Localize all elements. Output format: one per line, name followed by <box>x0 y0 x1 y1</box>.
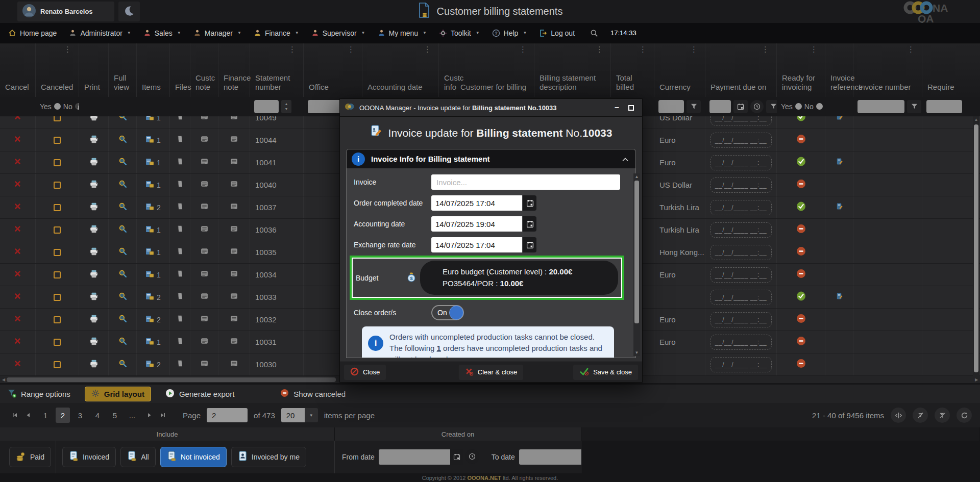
menu-item-administrator[interactable]: Administrator▼ <box>69 29 131 37</box>
files-icon[interactable] <box>177 225 184 235</box>
items-folder-icon[interactable] <box>145 292 155 302</box>
customer-note-icon[interactable] <box>200 247 209 258</box>
require-filter-input[interactable] <box>926 100 962 113</box>
funnel-icon[interactable] <box>687 100 701 113</box>
dialog-title-bar[interactable]: OOONA Manager - Invoice update for Billi… <box>340 99 642 117</box>
row-checkbox[interactable] <box>54 361 61 368</box>
invoiced-by-me-filter-button[interactable]: Invoiced by me <box>231 447 306 467</box>
payment-due-input[interactable]: __/__/____ __:__ <box>710 312 772 327</box>
column-menu-icon[interactable]: ⋮ <box>596 45 603 54</box>
dialog-scrollbar[interactable]: ▲ ▼ <box>633 173 640 356</box>
first-page-icon[interactable] <box>8 409 21 422</box>
payment-due-input[interactable]: __/__/____ __:__ <box>710 155 772 170</box>
range-options-button[interactable]: Range options <box>7 389 70 399</box>
accounting-date-input[interactable]: 14/07/2025 19:04 <box>431 216 522 232</box>
clear-filter-button[interactable] <box>935 408 950 423</box>
customer-note-icon[interactable] <box>200 269 209 280</box>
items-folder-icon[interactable] <box>145 360 155 370</box>
items-folder-icon[interactable] <box>145 116 155 123</box>
files-icon[interactable] <box>177 158 184 167</box>
menu-item-log-out[interactable]: Log out <box>539 29 575 37</box>
cancel-icon[interactable] <box>14 247 21 257</box>
cancel-icon[interactable] <box>14 202 21 212</box>
from-date-input[interactable] <box>379 449 450 465</box>
grid-layout-button[interactable]: Grid layout <box>85 387 151 401</box>
column-menu-icon[interactable]: ⋮ <box>288 45 296 54</box>
invoice-reference-icon[interactable] <box>836 158 843 167</box>
items-folder-icon[interactable] <box>145 225 155 235</box>
clock-icon[interactable] <box>750 100 764 113</box>
clear-sort-button[interactable] <box>913 408 928 423</box>
cancel-icon[interactable] <box>14 135 21 145</box>
items-per-page-select[interactable]: 20 ▼ <box>281 408 318 422</box>
column-header-invoice-reference[interactable]: Invoice reference <box>825 43 853 97</box>
print-icon[interactable] <box>89 359 99 370</box>
last-page-icon[interactable] <box>156 409 169 422</box>
finance-note-icon[interactable] <box>230 157 238 168</box>
payment-due-input[interactable]: __/__/____ __:__ <box>710 245 772 260</box>
vertical-scrollbar[interactable]: ▲ <box>973 116 979 376</box>
filter-yes-radio[interactable] <box>54 103 61 110</box>
row-checkbox[interactable] <box>54 159 61 166</box>
files-icon[interactable] <box>177 247 184 257</box>
payment-due-input[interactable]: __/__/____ __:__ <box>710 267 772 283</box>
row-checkbox[interactable] <box>54 204 61 211</box>
calendar-icon[interactable] <box>523 195 536 211</box>
items-folder-icon[interactable] <box>145 202 155 213</box>
row-checkbox[interactable] <box>54 339 61 346</box>
invoice-reference-icon[interactable] <box>836 202 843 212</box>
to-date-input[interactable] <box>519 449 591 465</box>
close-orders-toggle[interactable]: On <box>431 305 464 320</box>
customer-note-icon[interactable] <box>200 359 209 370</box>
cancel-icon[interactable] <box>14 292 21 302</box>
full-view-icon[interactable] <box>118 116 127 123</box>
print-icon[interactable] <box>89 224 99 236</box>
menu-item-help[interactable]: ?Help▼ <box>492 29 527 37</box>
cancel-icon[interactable] <box>14 360 21 369</box>
scroll-down-icon[interactable]: ▼ <box>633 349 640 356</box>
files-icon[interactable] <box>177 292 184 302</box>
column-header-cancel[interactable]: Cancel <box>0 43 36 97</box>
print-icon[interactable] <box>89 292 99 303</box>
invoice-info-section-header[interactable]: i Invoice Info for Billing statement <box>346 149 636 168</box>
page-number-2[interactable]: 2 <box>56 408 70 423</box>
items-folder-icon[interactable] <box>145 247 155 258</box>
scroll-up-icon[interactable]: ▲ <box>633 173 640 180</box>
column-header-office[interactable]: Office⋮ <box>304 43 362 97</box>
column-header-customer-for-billing[interactable]: Customer for billing⋮ <box>455 43 534 97</box>
column-header-print[interactable]: Print <box>79 43 109 97</box>
column-menu-icon[interactable]: ⋮ <box>907 45 915 54</box>
customer-note-icon[interactable] <box>200 224 209 235</box>
column-menu-icon[interactable]: ⋮ <box>347 45 355 54</box>
finance-note-icon[interactable] <box>230 202 238 213</box>
payment-due-input[interactable]: __/__/____ __:__ <box>710 222 772 238</box>
calendar-icon[interactable] <box>523 237 536 252</box>
payment-due-input[interactable]: __/__/____ __:__ <box>710 177 772 193</box>
page-number-4[interactable]: 4 <box>90 408 105 423</box>
payment-due-input[interactable]: __/__/____ __:__ <box>710 200 772 215</box>
full-view-icon[interactable] <box>118 157 127 168</box>
items-folder-icon[interactable] <box>145 270 155 280</box>
column-menu-icon[interactable]: ⋮ <box>519 45 527 54</box>
menu-item-my-menu[interactable]: My menu▼ <box>378 29 427 37</box>
row-checkbox[interactable] <box>54 182 61 189</box>
show-canceled-button[interactable]: Show canceled <box>280 389 346 399</box>
funnel-icon[interactable] <box>766 100 777 113</box>
next-page-icon[interactable] <box>143 409 156 422</box>
finance-note-icon[interactable] <box>230 292 238 302</box>
payment-due-input[interactable]: __/__/____ __:__ <box>710 335 772 350</box>
print-icon[interactable] <box>89 337 99 348</box>
row-checkbox[interactable] <box>54 271 61 278</box>
payment-due-input[interactable]: __/__/____ __:__ <box>710 133 772 148</box>
fit-columns-button[interactable] <box>891 408 906 423</box>
files-icon[interactable] <box>177 135 184 145</box>
print-icon[interactable] <box>89 135 99 146</box>
scroll-left-icon[interactable]: ◀ <box>0 376 7 383</box>
all-filter-button[interactable]: All <box>120 447 156 467</box>
full-view-icon[interactable] <box>118 202 127 213</box>
cancel-icon[interactable] <box>14 315 21 324</box>
full-view-icon[interactable] <box>118 292 127 302</box>
print-icon[interactable] <box>89 202 99 213</box>
full-view-icon[interactable] <box>118 247 127 258</box>
page-number-3[interactable]: 3 <box>73 408 87 423</box>
